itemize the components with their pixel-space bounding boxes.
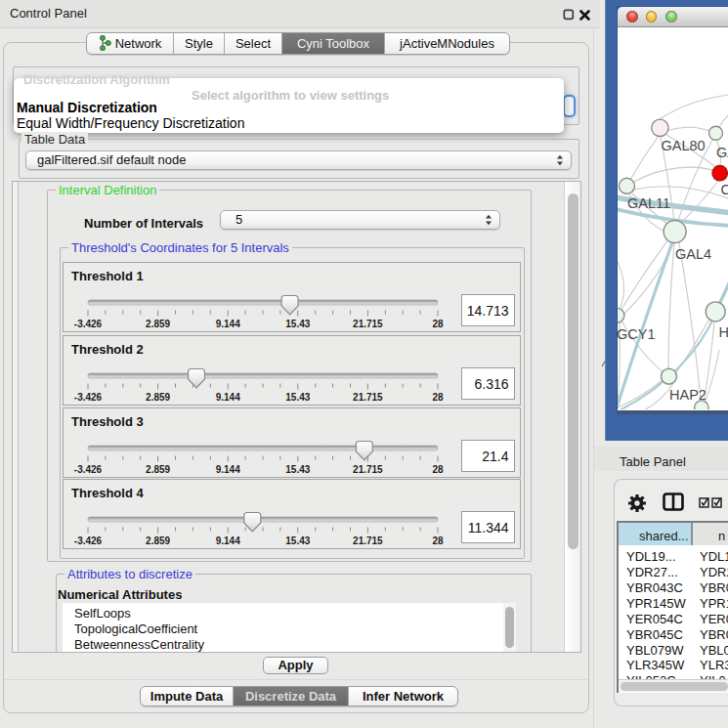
svg-text:GA: GA <box>716 145 728 160</box>
svg-text:GAL80: GAL80 <box>662 138 706 153</box>
svg-text:-3.426: -3.426 <box>74 319 103 329</box>
svg-text:21.715: 21.715 <box>353 464 383 475</box>
svg-text:21.715: 21.715 <box>353 319 383 329</box>
svg-text:GCY1: GCY1 <box>618 326 656 342</box>
svg-text:GAL11: GAL11 <box>627 195 670 211</box>
svg-text:15.43: 15.43 <box>285 464 310 475</box>
svg-text:28: 28 <box>432 319 444 329</box>
svg-text:28: 28 <box>432 535 444 546</box>
svg-text:GAL4: GAL4 <box>675 246 711 262</box>
svg-text:9.144: 9.144 <box>216 319 240 329</box>
svg-text:9.144: 9.144 <box>216 535 240 546</box>
svg-text:H: H <box>719 324 728 340</box>
svg-text:C: C <box>721 182 728 197</box>
svg-text:9.144: 9.144 <box>216 392 240 403</box>
svg-text:2.859: 2.859 <box>146 464 170 475</box>
svg-text:-3.426: -3.426 <box>74 464 103 475</box>
svg-text:9.144: 9.144 <box>216 464 240 475</box>
svg-text:HAP2: HAP2 <box>669 387 707 403</box>
svg-text:2.859: 2.859 <box>146 535 170 546</box>
svg-text:15.43: 15.43 <box>285 392 310 403</box>
svg-text:15.43: 15.43 <box>285 319 310 329</box>
svg-text:-3.426: -3.426 <box>74 535 103 546</box>
svg-text:21.715: 21.715 <box>353 535 383 546</box>
svg-text:2.859: 2.859 <box>146 319 170 329</box>
svg-text:21.715: 21.715 <box>353 392 383 403</box>
svg-text:15.43: 15.43 <box>285 535 310 546</box>
svg-text:28: 28 <box>432 464 444 475</box>
svg-text:28: 28 <box>432 392 444 403</box>
svg-text:2.859: 2.859 <box>146 392 170 403</box>
svg-text:-3.426: -3.426 <box>74 392 103 403</box>
